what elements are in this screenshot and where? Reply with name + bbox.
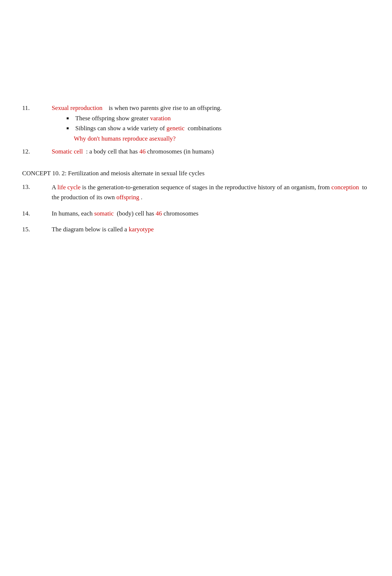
item-14-prefix: In humans, each [52,210,94,217]
sub-note-11: Why don't humans reproduce asexually? [74,134,369,144]
item-13-suffix: . [139,194,142,201]
item-11-intro: is when two parents give rise to an offs… [104,104,222,111]
item-body-11: Sexual reproduction is when two parents … [52,103,369,143]
item-number-13: 13. [22,182,52,202]
page-content: 11. Sexual reproduction is when two pare… [22,103,369,234]
item-body-13: A life cycle is the generation-to-genera… [52,182,369,202]
sub-list-11: ■ These offspring show greater varation … [66,114,369,133]
list-item-13: 13. A life cycle is the generation-to-ge… [22,182,369,202]
term-genetic: genetic [166,125,185,132]
item-number-11: 11. [22,103,52,143]
term-offspring: offspring [116,194,139,201]
item-13-prefix: A [52,184,58,191]
item-14-suffix: chromosomes [162,210,199,217]
spacer-2 [22,206,369,209]
term-somatic-14: somatic [94,210,114,217]
item-body-15: The diagram below is called a karyotype [52,225,369,234]
item-14-mid: (body) cell has [114,210,156,217]
concept-heading: CONCEPT 10. 2: Fertilization and meiosis… [22,170,369,177]
spacer-3 [22,222,369,225]
number-46-12: 46 [139,148,145,155]
list-item-12: 12. Somatic cell : a body cell that has … [22,147,369,156]
list-item-11: 11. Sexual reproduction is when two pare… [22,103,369,143]
term-life-cycle: life cycle [58,184,81,191]
item-number-14: 14. [22,209,52,218]
item-body-12: Somatic cell : a body cell that has 46 c… [52,147,369,156]
sub-item-11-2-text: Siblings can show a wide variety of gene… [75,124,369,133]
term-karyotype: karyotype [129,226,154,233]
term-somatic-cell: Somatic cell [52,148,83,155]
item-12-mid: : a body cell that has [85,148,140,155]
term-sexual-reproduction: Sexual reproduction [52,104,102,111]
item-body-14: In humans, each somatic (body) cell has … [52,209,369,218]
item-15-prefix: The diagram below is called a [52,226,129,233]
number-46-14: 46 [156,210,162,217]
bullet-icon-1: ■ [66,115,75,121]
list-item-14: 14. In humans, each somatic (body) cell … [22,209,369,218]
list-item-15: 15. The diagram below is called a karyot… [22,225,369,234]
item-12-suffix: chromosomes (in humans) [147,148,214,155]
sub-item-11-2: ■ Siblings can show a wide variety of ge… [66,124,369,133]
sub-item-11-1-text: These offspring show greater varation [75,114,369,123]
term-varation: varation [150,115,171,122]
sub-item-11-1: ■ These offspring show greater varation [66,114,369,123]
item-number-12: 12. [22,147,52,156]
spacer-1 [22,160,369,163]
term-conception: conception [331,184,359,191]
bullet-icon-2: ■ [66,125,75,131]
item-13-mid: is the generation-to-generation sequence… [80,184,331,191]
item-number-15: 15. [22,225,52,234]
